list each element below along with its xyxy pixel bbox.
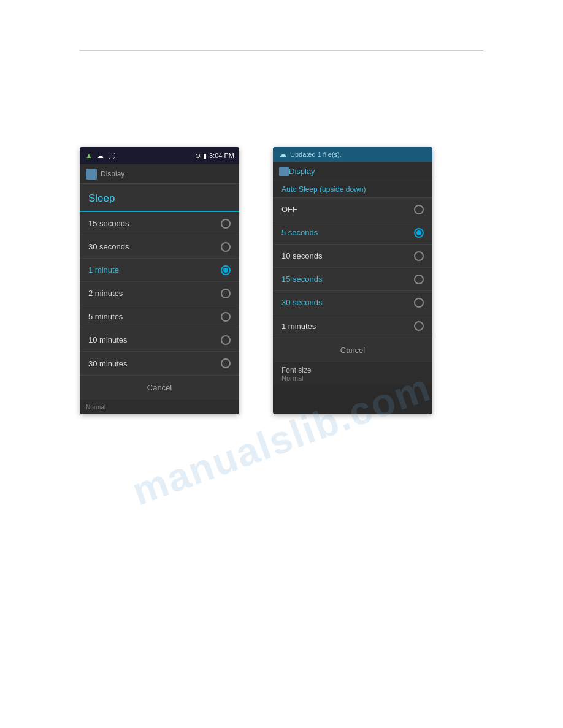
left-app-bar: Display [80, 164, 239, 184]
cloud-icon: ☁ [96, 151, 104, 160]
left-dialog-title: Sleep [88, 192, 231, 205]
right-phone-screen: ☁ Updated 1 file(s). Display Auto Sleep … [273, 147, 432, 414]
right-app-bar-title: Display [289, 167, 315, 176]
list-item[interactable]: 30 seconds [80, 235, 239, 259]
top-divider [80, 50, 483, 51]
list-item[interactable]: 15 seconds [273, 268, 432, 291]
font-size-label: Font size [282, 366, 424, 374]
list-item[interactable]: 5 minutes [80, 305, 239, 328]
option-label: 10 seconds [282, 251, 323, 260]
status-icons-left: ▲ ☁ ⛶ [85, 151, 115, 160]
list-item[interactable]: OFF [273, 198, 432, 221]
left-dialog-title-area: Sleep [80, 184, 239, 212]
right-display-settings-icon [279, 167, 289, 176]
option-label-selected: 1 minute [88, 265, 119, 275]
option-label-selected: 5 seconds [282, 228, 318, 237]
radio-button[interactable] [221, 335, 231, 345]
right-options-list: OFF 5 seconds 10 seconds 15 seconds 30 s [273, 198, 432, 338]
image-icon: ⛶ [107, 151, 115, 160]
option-label: 5 minutes [88, 312, 123, 321]
radio-button[interactable] [414, 298, 424, 308]
left-phone-bottom: Normal [80, 400, 239, 414]
option-label: 30 seconds [282, 298, 323, 307]
list-item[interactable]: 10 seconds [273, 245, 432, 268]
wifi-icon: ⊙ [195, 152, 201, 160]
list-item[interactable]: 30 minutes [80, 352, 239, 375]
list-item[interactable]: 1 minutes [273, 314, 432, 338]
screenshots-container: ▲ ☁ ⛶ ⊙ ▮ 3:04 PM Display Sleep [80, 147, 432, 414]
status-bar-left: ▲ ☁ ⛶ ⊙ ▮ 3:04 PM [80, 147, 239, 164]
list-item[interactable]: 2 minutes [80, 282, 239, 305]
left-cancel-area: Cancel [80, 375, 239, 400]
radio-button[interactable] [414, 251, 424, 261]
option-label: 15 seconds [88, 219, 129, 228]
battery-icon: ▮ [203, 152, 207, 160]
right-dialog-title-area: Auto Sleep (upside down) [273, 181, 432, 198]
list-item[interactable]: 5 seconds [273, 221, 432, 245]
radio-button-selected[interactable] [414, 228, 424, 238]
font-size-value: Normal [282, 374, 424, 382]
option-label: OFF [282, 205, 297, 214]
right-dialog-title: Auto Sleep (upside down) [282, 185, 366, 194]
option-label: 15 seconds [282, 275, 323, 284]
page: manualslib.com ▲ ☁ ⛶ ⊙ ▮ 3:04 PM [0, 0, 563, 728]
right-cancel-button[interactable]: Cancel [328, 343, 377, 357]
display-settings-icon [86, 169, 97, 180]
status-icons-right: ⊙ ▮ 3:04 PM [195, 152, 234, 160]
radio-button[interactable] [221, 289, 231, 298]
radio-button[interactable] [414, 275, 424, 284]
left-app-bar-title: Display [101, 170, 124, 178]
radio-button-selected[interactable] [221, 265, 231, 275]
option-label: 1 minutes [282, 322, 316, 331]
right-cancel-area: Cancel [273, 338, 432, 362]
option-label: 10 minutes [88, 335, 128, 344]
left-cancel-button[interactable]: Cancel [135, 381, 184, 395]
font-size-area: Font size Normal [273, 362, 432, 385]
radio-button[interactable] [221, 358, 231, 368]
bottom-text: Normal [86, 404, 105, 411]
time-display: 3:04 PM [209, 152, 234, 159]
right-app-bar: Display [273, 162, 432, 181]
list-item[interactable]: 1 minute [80, 259, 239, 282]
left-phone-screen: ▲ ☁ ⛶ ⊙ ▮ 3:04 PM Display Sleep [80, 147, 239, 414]
android-icon: ▲ [85, 151, 93, 160]
option-label: 30 minutes [88, 359, 128, 368]
list-item[interactable]: 15 seconds [80, 212, 239, 235]
radio-button[interactable] [414, 321, 424, 331]
notification-text: Updated 1 file(s). [290, 151, 342, 158]
radio-button[interactable] [414, 205, 424, 214]
left-options-list: 15 seconds 30 seconds 1 minute 2 minutes [80, 212, 239, 375]
list-item[interactable]: 10 minutes [80, 328, 239, 352]
radio-button[interactable] [221, 219, 231, 229]
list-item[interactable]: 30 seconds [273, 291, 432, 314]
radio-button[interactable] [221, 312, 231, 322]
notification-bar: ☁ Updated 1 file(s). [273, 147, 432, 162]
option-label: 2 minutes [88, 289, 123, 298]
cloud-sync-icon: ☁ [279, 150, 286, 159]
option-label: 30 seconds [88, 242, 129, 251]
radio-button[interactable] [221, 242, 231, 252]
